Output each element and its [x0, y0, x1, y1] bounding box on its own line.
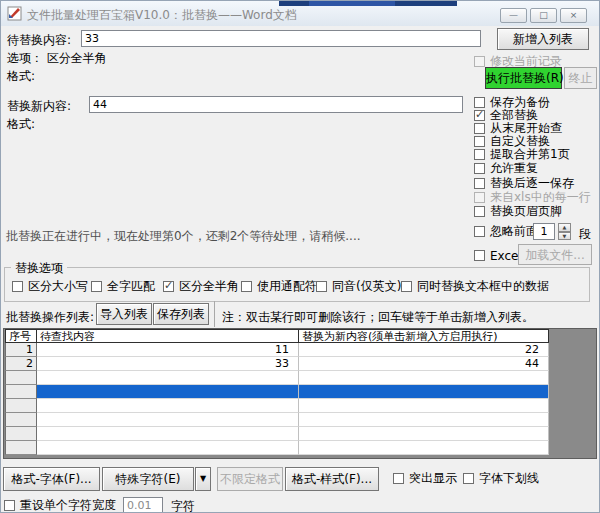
checkbox-box: [463, 473, 474, 484]
checkbox-box: [91, 281, 102, 292]
checkbox-use-wildcards[interactable]: 使用通配符: [241, 280, 317, 293]
maximize-button[interactable]: □: [530, 8, 557, 23]
replace-cell: 44: [299, 357, 549, 371]
close-button[interactable]: ×: [560, 8, 587, 23]
table-row-selected[interactable]: [5, 385, 550, 399]
app-icon: [7, 6, 22, 21]
minimize-button[interactable]: —: [500, 8, 527, 23]
table-row-empty[interactable]: [5, 441, 550, 455]
toolbar-separator: [214, 301, 215, 327]
checkbox-sounds-like[interactable]: 同音(仅英文): [316, 280, 401, 293]
checkbox-font-underline[interactable]: 字体下划线: [463, 472, 539, 485]
find-cell: 11: [37, 343, 299, 357]
status-text: 批替换正在进行中，现在处理第0个，还剩2个等待处理，请稍候....: [6, 228, 361, 245]
spinner-up-button[interactable]: ▲: [558, 223, 571, 232]
pending-content-input[interactable]: [81, 30, 481, 47]
checkbox-box: [474, 123, 485, 134]
new-content-input[interactable]: [89, 96, 463, 113]
ignore-count-input[interactable]: [533, 223, 555, 240]
import-list-button[interactable]: 导入列表: [96, 303, 152, 325]
save-list-button[interactable]: 保存列表: [153, 303, 209, 325]
checkbox-box: [474, 226, 485, 237]
ignore-unit-label: 段: [579, 226, 591, 243]
checkbox-label: 忽略前面: [490, 223, 538, 240]
operation-list-table: 序号 待查找内容 替换为新内容(须单击新增入方启用执行) 1 11 22 2 3…: [3, 328, 597, 459]
checkbox-whole-word[interactable]: 全字匹配: [91, 280, 155, 293]
options-line: 选项： 区分全半角: [7, 50, 107, 67]
char-width-unit-label: 字符: [171, 498, 195, 513]
special-characters-button[interactable]: 特殊字符(E): [102, 467, 194, 491]
checkbox-box: [4, 500, 15, 511]
checkbox-box: [474, 163, 485, 174]
special-characters-dropdown-icon[interactable]: ▼: [195, 467, 211, 491]
execute-batch-replace-button[interactable]: 执行批替换(R): [485, 67, 562, 89]
checkbox-box: [12, 281, 23, 292]
table-row-empty[interactable]: [5, 371, 550, 385]
checkbox-match-case[interactable]: 区分大小写: [12, 280, 88, 293]
checkbox-box: [474, 250, 485, 261]
checkbox-replace-header-footer[interactable]: 替换页眉页脚: [474, 205, 562, 218]
checkbox-box: [474, 110, 485, 121]
checkbox-label: 重设单个字符宽度: [20, 497, 116, 513]
checkbox-excel[interactable]: Excel: [474, 249, 522, 262]
background-window-strip-highlight: [309, 1, 395, 6]
table-row[interactable]: 1 11 22: [5, 343, 550, 357]
window-title: 文件批量处理百宝箱V10.0：批替换——Word文档: [27, 7, 297, 24]
checkbox-ignore-leading[interactable]: 忽略前面: [474, 225, 538, 238]
char-width-input[interactable]: [123, 497, 163, 513]
new-content-label: 替换新内容:: [7, 98, 71, 115]
add-to-list-button[interactable]: 新增入列表: [497, 28, 589, 50]
checkbox-replace-textbox-data[interactable]: 同时替换文本框中的数据: [401, 280, 549, 293]
operation-list-label: 批替换操作列表:: [6, 309, 94, 326]
checkbox-box: [241, 281, 252, 292]
checkbox-box: [474, 178, 485, 189]
checkbox-label: 使用通配符: [257, 278, 317, 295]
find-cell: 33: [37, 357, 299, 371]
checkbox-label: 全字匹配: [107, 278, 155, 295]
checkbox-highlight[interactable]: 突出显示: [393, 472, 457, 485]
header-replace: 替换为新内容(须单击新增入方启用执行): [299, 329, 549, 343]
table-row-empty[interactable]: [5, 413, 550, 427]
header-find: 待查找内容: [37, 329, 299, 343]
checkbox-box: [474, 97, 485, 108]
checkbox-reset-char-width[interactable]: 重设单个字符宽度: [4, 499, 116, 512]
checkbox-box: [163, 281, 174, 292]
row-number: 1: [5, 343, 37, 357]
load-file-button[interactable]: 加载文件...: [518, 244, 592, 265]
no-format-limit-button[interactable]: 不限定格式: [217, 467, 283, 491]
pending-content-label: 待替换内容:: [7, 32, 71, 49]
checkbox-box: [401, 281, 412, 292]
list-note-text: 注：双击某行即可删除该行；回车键等于单击新增入列表。: [222, 309, 534, 326]
header-no: 序号: [5, 329, 37, 343]
checkbox-box: [316, 281, 327, 292]
stop-button[interactable]: 终止: [564, 67, 597, 89]
checkbox-label: 同音(仅英文): [332, 278, 401, 295]
table-header-row: 序号 待查找内容 替换为新内容(须单击新增入方启用执行): [5, 329, 550, 343]
checkbox-label: 字体下划线: [479, 470, 539, 487]
spinner-down-button[interactable]: ▼: [558, 232, 571, 241]
background-window-strip: [279, 1, 457, 6]
checkbox-label: 区分大小写: [28, 278, 88, 295]
batch-replace-dialog: 文件批量处理百宝箱V10.0：批替换——Word文档 — □ × 待替换内容: …: [0, 0, 600, 513]
ignore-count-spinner: ▲ ▼: [558, 223, 571, 240]
replace-cell: 22: [299, 343, 549, 357]
checkbox-box: [474, 56, 485, 67]
checkbox-box: [474, 192, 485, 203]
format-label-2: 格式:: [7, 116, 35, 133]
checkbox-box: [474, 136, 485, 147]
checkbox-allow-duplicates[interactable]: 允许重复: [474, 162, 538, 175]
checkbox-box: [393, 473, 404, 484]
checkbox-label: 区分全半角: [179, 278, 239, 295]
table-row-empty[interactable]: [5, 427, 550, 441]
replace-options-group-title: 替换选项: [11, 260, 67, 277]
format-label-1: 格式:: [7, 68, 35, 85]
table-row-empty[interactable]: [5, 399, 550, 413]
checkbox-label: 突出显示: [409, 470, 457, 487]
replace-options-group: 替换选项 区分大小写 全字匹配 区分全半角 使用通配符 同音(仅英文) 同时替换…: [4, 267, 590, 302]
checkbox-full-half-width[interactable]: 区分全半角: [163, 280, 239, 293]
checkbox-box: [474, 149, 485, 160]
format-font-button[interactable]: 格式-字体(F)...: [3, 467, 100, 491]
checkbox-box: [474, 206, 485, 217]
format-style-button[interactable]: 格式-样式(F)...: [285, 467, 379, 491]
table-row[interactable]: 2 33 44: [5, 357, 550, 371]
